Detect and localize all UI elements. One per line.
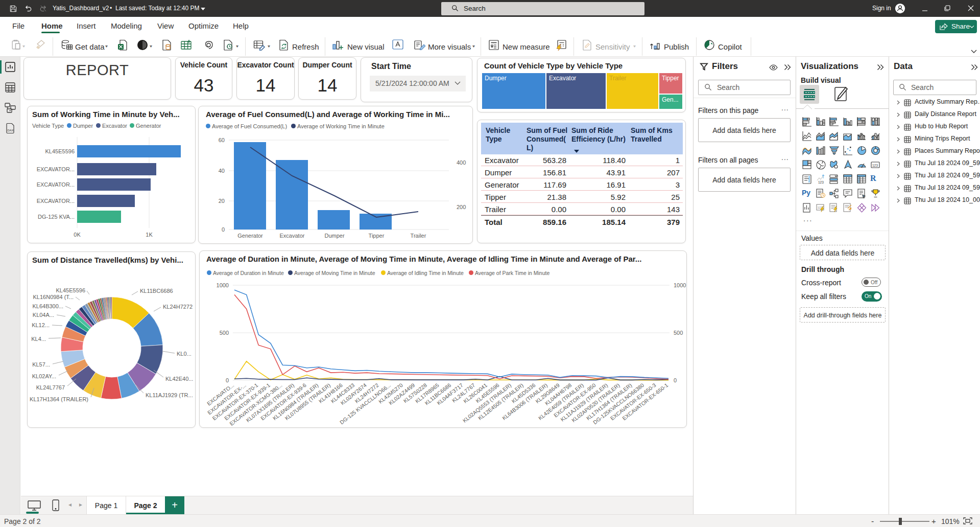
svg-text:Excavator: Excavator bbox=[280, 233, 305, 239]
svg-text:EXCAVATOR...: EXCAVATOR... bbox=[37, 166, 75, 172]
svg-text:1K: 1K bbox=[146, 232, 153, 238]
svg-text:KL12...: KL12... bbox=[32, 322, 50, 328]
svg-text:123: 123 bbox=[818, 180, 824, 184]
svg-text:KL42E40...: KL42E40... bbox=[165, 376, 193, 382]
svg-text:Generator: Generator bbox=[237, 233, 263, 239]
svg-text:20: 20 bbox=[219, 198, 225, 204]
svg-text:0: 0 bbox=[222, 226, 225, 233]
svg-text:0: 0 bbox=[674, 377, 677, 383]
svg-text:KL4...: KL4... bbox=[31, 336, 46, 342]
svg-text:KL04A...: KL04A... bbox=[33, 312, 54, 318]
svg-text:KL0...: KL0... bbox=[177, 351, 192, 357]
svg-text:KL45E5596: KL45E5596 bbox=[45, 148, 75, 154]
svg-text:0K: 0K bbox=[74, 232, 81, 238]
svg-text:400: 400 bbox=[457, 159, 466, 166]
svg-text:500: 500 bbox=[674, 330, 683, 336]
svg-text:Tipper: Tipper bbox=[369, 233, 385, 239]
svg-text:KL02AY...: KL02AY... bbox=[32, 373, 56, 379]
svg-text:40: 40 bbox=[219, 168, 225, 174]
svg-text:KL11BC6686: KL11BC6686 bbox=[140, 288, 173, 294]
svg-text:EXCAVATOR...: EXCAVATOR... bbox=[37, 198, 75, 204]
svg-text:KL17H1364 (TRAILER): KL17H1364 (TRAILER) bbox=[30, 396, 88, 402]
svg-text:KL24H7272: KL24H7272 bbox=[163, 304, 193, 310]
svg-text:60: 60 bbox=[219, 137, 225, 143]
svg-text:DG-125 KVA...: DG-125 KVA... bbox=[38, 214, 75, 220]
svg-text:KL24L7767: KL24L7767 bbox=[36, 384, 65, 391]
svg-text:DAX: DAX bbox=[8, 129, 14, 132]
svg-text:Dumper: Dumper bbox=[324, 233, 344, 239]
svg-text:Trailer: Trailer bbox=[411, 233, 426, 239]
svg-text:KL11AJ1929 (TR...: KL11AJ1929 (TR... bbox=[146, 392, 193, 398]
svg-text:1000: 1000 bbox=[217, 282, 229, 288]
svg-text:1000: 1000 bbox=[674, 282, 686, 288]
svg-text:500: 500 bbox=[220, 330, 229, 336]
svg-text:KL64B300...: KL64B300... bbox=[32, 303, 63, 309]
svg-text:EXCAVATOR...: EXCAVATOR... bbox=[37, 181, 75, 188]
svg-text:KL57...: KL57... bbox=[32, 361, 50, 368]
svg-text:KL45E5596: KL45E5596 bbox=[56, 287, 86, 293]
svg-text:200: 200 bbox=[457, 204, 466, 210]
svg-text:123: 123 bbox=[872, 164, 878, 167]
svg-text:0: 0 bbox=[226, 377, 229, 383]
svg-text:KL16N0984 (T...: KL16N0984 (T... bbox=[33, 294, 74, 300]
